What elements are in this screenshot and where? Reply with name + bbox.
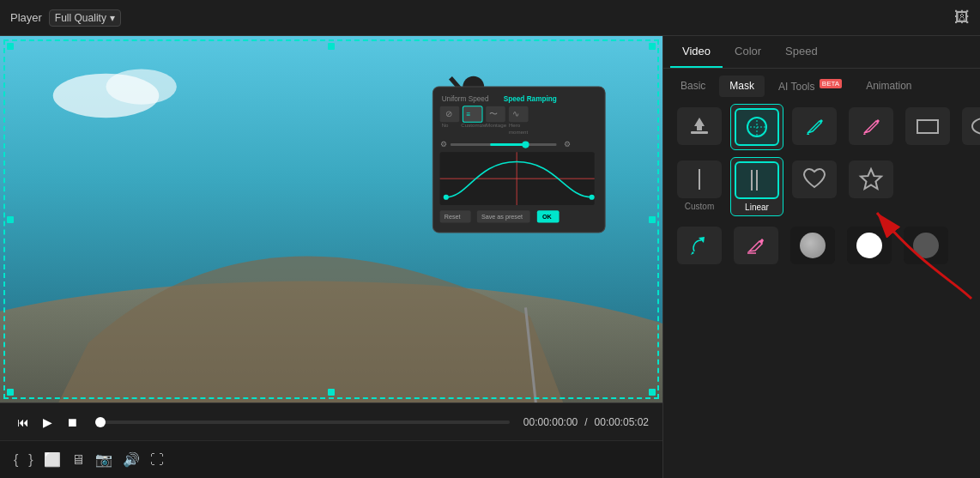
- svg-text:No: No: [442, 122, 449, 128]
- rect-icon-box: [905, 107, 950, 145]
- total-time: 00:00:05:02: [595, 416, 649, 428]
- panel-top-tabs: Video Color Speed: [663, 36, 980, 69]
- monitor-icon[interactable]: 🖼: [954, 9, 970, 27]
- download-icon-box: [677, 107, 722, 145]
- arrow-area: [663, 281, 980, 478]
- mask-item-star[interactable]: [845, 157, 897, 202]
- circle-outline-icon: [742, 114, 771, 140]
- svg-text:⚙: ⚙: [564, 140, 571, 148]
- current-time: 00:00:00:00: [523, 416, 578, 428]
- time-separator: /: [584, 416, 587, 428]
- star-icon-box: [849, 160, 893, 198]
- oval-icon-box: [962, 107, 980, 145]
- video-content: Uniform Speed Speed Ramping ⊘ ≡ 〜 ∿ No: [0, 36, 662, 402]
- video-player: Uniform Speed Speed Ramping ⊘ ≡ 〜 ∿ No: [0, 36, 662, 402]
- eraser-box: [734, 227, 778, 264]
- svg-text:Customize: Customize: [461, 122, 487, 128]
- pen-green-icon: [802, 114, 826, 138]
- rotate-pen-icon: [686, 233, 713, 258]
- mask-item-heart[interactable]: [789, 157, 840, 202]
- svg-rect-52: [917, 120, 938, 133]
- camera-button[interactable]: 📷: [95, 451, 112, 468]
- play-button[interactable]: ▶: [39, 414, 56, 431]
- svg-text:Reset: Reset: [445, 214, 461, 221]
- svg-marker-57: [861, 169, 881, 189]
- svg-rect-32: [490, 143, 525, 146]
- svg-point-53: [972, 118, 980, 134]
- panel-sub-tabs: Basic Mask AI Tools BETA Animation: [663, 69, 980, 97]
- svg-point-3: [106, 70, 177, 105]
- custom-label: Custom: [685, 202, 714, 211]
- mask-item-download[interactable]: [674, 104, 725, 148]
- fullscreen-button[interactable]: ⛶: [150, 452, 164, 468]
- monitor-button[interactable]: 🖥: [71, 452, 85, 468]
- subtab-animation[interactable]: Animation: [856, 76, 922, 97]
- skip-back-button[interactable]: ⏮: [14, 414, 33, 431]
- svg-point-39: [590, 195, 595, 200]
- mask-item-eraser[interactable]: [730, 223, 782, 268]
- circle-white-shape: [856, 233, 882, 258]
- svg-rect-46: [691, 131, 708, 134]
- download-icon: [687, 114, 711, 138]
- linear-label: Linear: [745, 203, 769, 212]
- mask-item-rotate-pen[interactable]: [674, 223, 725, 268]
- star-icon: [857, 166, 885, 192]
- tab-speed[interactable]: Speed: [773, 36, 830, 68]
- mask-item-circle[interactable]: [730, 104, 783, 150]
- svg-text:moment: moment: [509, 129, 529, 135]
- svg-text:〜: 〜: [489, 109, 498, 118]
- eraser-icon: [742, 233, 770, 258]
- custom-line-icon: [687, 166, 711, 192]
- linear-icon: [742, 167, 771, 193]
- mask-item-pen-pink[interactable]: [845, 104, 897, 148]
- mask-item-linear[interactable]: Linear: [730, 157, 783, 216]
- subtab-mask[interactable]: Mask: [719, 76, 765, 97]
- subtab-basic[interactable]: Basic: [670, 76, 716, 97]
- svg-point-38: [444, 195, 449, 200]
- svg-text:≡: ≡: [466, 111, 470, 118]
- circle-white-box: [847, 227, 892, 264]
- stop-button[interactable]: ⏹: [63, 414, 82, 431]
- pen-pink-icon: [859, 114, 883, 138]
- quality-select[interactable]: Full Quality ▾: [49, 9, 121, 27]
- timeline-controls: ⏮ ▶ ⏹ 00:00:00:00 / 00:00:05:02: [0, 402, 662, 440]
- insert-button[interactable]: ⬜: [44, 451, 61, 468]
- rect-icon: [913, 114, 942, 138]
- mask-item-circle-gray[interactable]: [787, 223, 838, 268]
- svg-text:⚙: ⚙: [440, 140, 447, 148]
- audio-button[interactable]: 🔊: [123, 451, 140, 468]
- subtab-ai-tools[interactable]: AI Tools BETA: [768, 76, 852, 97]
- mask-item-custom[interactable]: Custom: [674, 157, 725, 215]
- beta-badge: BETA: [820, 79, 842, 88]
- mask-item-circle-dark[interactable]: [900, 223, 952, 268]
- heart-icon: [801, 166, 828, 192]
- circle-dark-box: [904, 227, 948, 264]
- mark-in-button[interactable]: {: [14, 452, 18, 468]
- mask-content: Custom Linear: [663, 97, 980, 281]
- tab-video[interactable]: Video: [670, 36, 723, 68]
- tab-color[interactable]: Color: [723, 36, 773, 68]
- timeline-cursor: [95, 417, 106, 427]
- svg-text:OK: OK: [542, 214, 553, 221]
- mask-item-rect[interactable]: [902, 104, 953, 148]
- circle-gray-shape: [800, 233, 826, 258]
- custom-icon-box: [677, 160, 722, 198]
- svg-text:Speed Ramping: Speed Ramping: [504, 95, 557, 103]
- svg-text:Save as preset: Save as preset: [481, 214, 523, 221]
- timeline-scrubber[interactable]: [95, 421, 510, 424]
- linear-icon-box: [735, 161, 779, 199]
- circle-outline-box: [735, 108, 779, 146]
- svg-text:Montage: Montage: [486, 122, 507, 128]
- rotate-pen-box: [677, 227, 722, 264]
- chevron-down-icon: ▾: [110, 12, 115, 24]
- mask-item-pen-green[interactable]: [789, 104, 840, 148]
- mark-out-button[interactable]: }: [28, 452, 33, 468]
- bottom-toolbar: { } ⬜ 🖥 📷 🔊 ⛶: [0, 440, 662, 478]
- video-background: Uniform Speed Speed Ramping ⊘ ≡ 〜 ∿ No: [0, 36, 662, 402]
- svg-text:Hero: Hero: [509, 122, 521, 128]
- heart-icon-box: [792, 160, 837, 198]
- mask-item-oval[interactable]: [959, 104, 980, 148]
- mask-item-circle-white[interactable]: [844, 223, 895, 268]
- quality-label: Full Quality: [55, 12, 106, 24]
- circle-gray-box: [790, 227, 835, 264]
